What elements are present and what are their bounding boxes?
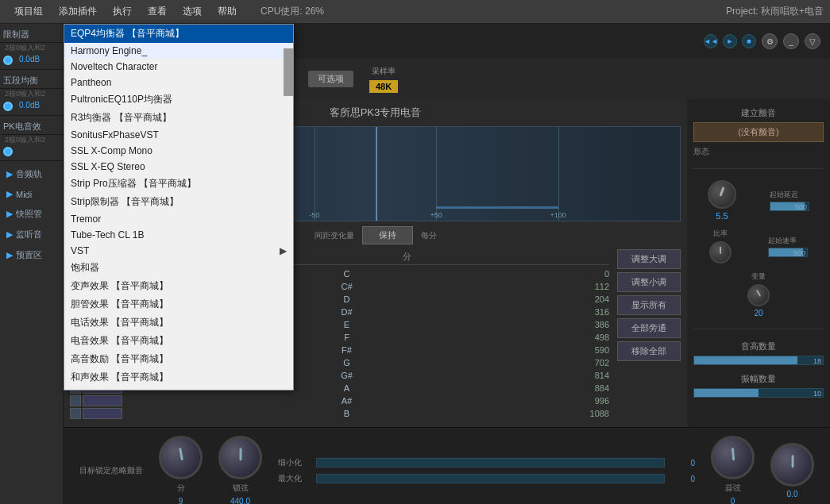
amp-count-val: 10: [813, 389, 821, 398]
pitch-count-title: 音高数量: [693, 340, 824, 352]
knob2-label: 锁弦: [233, 483, 249, 494]
cents-5: 498: [569, 333, 609, 342]
sidebar-item-audio[interactable]: ▶ 音频轨: [0, 164, 63, 184]
cents-0: 0: [569, 269, 609, 279]
plugin-item-10[interactable]: Strip限制器 【音平商城】: [64, 193, 293, 211]
plugin-item-3[interactable]: Pantheon: [64, 75, 293, 90]
col-cents: [474, 249, 609, 264]
pitch-label-plus100: +100: [550, 211, 566, 219]
plugin-item-16[interactable]: 胆管效果 【音平商城】: [64, 295, 293, 314]
pitch-interval-label: 间距变化量: [315, 230, 354, 241]
plugin-item-8[interactable]: SSL X-EQ Stereo: [64, 159, 293, 175]
btn-bypass-all[interactable]: 全部旁通: [617, 318, 681, 338]
knob2-value: 440.0: [230, 497, 250, 504]
transport-prev[interactable]: ◄◄: [704, 34, 718, 48]
amp-count-bar: 10: [693, 388, 824, 398]
plugin-item-2[interactable]: Noveltech Character: [64, 59, 293, 75]
btn-remove-all[interactable]: 移除全部: [617, 341, 681, 361]
knob-val-display: 5.5: [716, 211, 728, 221]
bottom-section: 目标锁定忽略颤音 分 9 锁弦 440.0 细小化: [64, 427, 830, 504]
menu-item-help[interactable]: 帮助: [210, 2, 245, 21]
knob-var[interactable]: [747, 284, 770, 306]
large-knob-4[interactable]: [770, 443, 814, 487]
plugin-item-18[interactable]: 电音效果 【音平商城】: [64, 332, 293, 350]
plugin-item-20[interactable]: 和声效果 【音平商城】: [64, 368, 293, 387]
preset-arrow-icon: ▶: [6, 250, 13, 260]
no-vibrato-btn[interactable]: (没有颤音): [693, 122, 824, 142]
sample-rate-label: 采样率: [372, 66, 396, 77]
pitch-count-val: 18: [813, 356, 821, 366]
rate-label: 比率: [713, 229, 728, 239]
slider2-val: 0: [671, 475, 695, 483]
slider2[interactable]: [316, 474, 665, 483]
module-eq-channel: 2核0输入和2: [0, 89, 63, 100]
plugin-scrollbar-thumb[interactable]: [284, 48, 293, 96]
btn-adjust-minor[interactable]: 调整小调: [617, 272, 681, 292]
sidebar-item-midi[interactable]: ▶ Midi: [0, 185, 63, 203]
menu-item-project[interactable]: 项目组: [6, 2, 51, 21]
large-knob-1[interactable]: [159, 436, 203, 479]
cents-9: 884: [569, 383, 609, 393]
monitor-arrow-icon: ▶: [6, 229, 13, 240]
knob-val-container: 5.5: [708, 180, 736, 221]
slider1-label: 细小化: [278, 457, 310, 468]
settings-btn[interactable]: ⚙: [762, 33, 778, 49]
expand-btn[interactable]: ▽: [805, 33, 820, 49]
menu-item-options[interactable]: 选项: [175, 2, 210, 21]
plugin-item-9[interactable]: Strip Pro压缩器 【音平商城】: [64, 175, 293, 193]
module-pk: PK电音效 2核0输入和2: [0, 116, 63, 161]
cents-4: 386: [569, 320, 609, 329]
vibrato-title: 建立颤音: [693, 107, 824, 119]
rate-value: 500: [793, 248, 805, 258]
remove-btn-10[interactable]: [83, 395, 122, 406]
large-knob-3[interactable]: [711, 436, 755, 479]
plugin-item-6[interactable]: SonitusFxPhaseVST: [64, 127, 293, 143]
delay-bar: 500: [770, 202, 809, 211]
sidebar-item-snapshot[interactable]: ▶ 快照管: [0, 204, 63, 224]
plugin-item-5[interactable]: R3均衡器 【音平商城】: [64, 109, 293, 127]
divider1: [693, 168, 824, 169]
transport-stop[interactable]: ■: [742, 34, 756, 48]
optional-btn[interactable]: 可选项: [308, 71, 353, 87]
slider1[interactable]: [316, 458, 665, 467]
plugin-item-4[interactable]: PultronicEQ110P均衡器: [64, 90, 293, 109]
plugin-item-14[interactable]: 饱和器: [64, 259, 293, 277]
plugin-item-15[interactable]: 变声效果 【音平商城】: [64, 277, 293, 295]
sidebar-item-monitor[interactable]: ▶ 监听音: [0, 225, 63, 244]
plugin-item-11[interactable]: Tremor: [64, 211, 293, 227]
large-knob-2[interactable]: [218, 436, 262, 479]
sidebar-item-preset[interactable]: ▶ 预置区: [0, 245, 63, 265]
plugin-item-21[interactable]: 环绕效果 【音平商城】: [64, 387, 293, 390]
cents-8: 814: [569, 371, 609, 380]
plugin-item-0[interactable]: EQP4均衡器 【音平商城】: [64, 25, 293, 43]
midi-arrow-icon: ▶: [6, 189, 13, 199]
menu-item-plugins[interactable]: 添加插件: [51, 2, 105, 21]
knob-rate[interactable]: [709, 241, 732, 264]
target-lock-label: 目标锁定忽略颤音: [79, 465, 143, 476]
module-limiter: 限制器 2核0输入和2 0.0dB: [0, 24, 63, 70]
minimize-btn[interactable]: _: [783, 33, 799, 49]
plugin-list: EQP4均衡器 【音平商城】Harmony Engine_Noveltech C…: [64, 25, 293, 390]
project-info: Project: 秋雨唱歌+电音: [726, 5, 824, 18]
btn-show-all[interactable]: 显示所有: [617, 295, 681, 315]
menu-item-view[interactable]: 查看: [140, 2, 175, 21]
cents-11: 1088: [569, 409, 609, 418]
pitch-hold-btn[interactable]: 保持: [362, 226, 413, 244]
plugin-item-7[interactable]: SSL X-Comp Mono: [64, 143, 293, 159]
plugin-item-1[interactable]: Harmony Engine_: [64, 43, 293, 59]
btn-adjust-major[interactable]: 调整大调: [617, 249, 681, 269]
plugin-item-17[interactable]: 电话效果 【音平商城】: [64, 314, 293, 332]
bypass-btn-11[interactable]: [70, 408, 81, 419]
delay-value: 500: [795, 202, 807, 212]
plugin-item-12[interactable]: Tube-Tech CL 1B: [64, 227, 293, 243]
transport-play[interactable]: ►: [723, 34, 737, 48]
sidebar-item-preset-label: 预置区: [16, 249, 42, 261]
module-pk-label: PK电音效: [3, 121, 41, 133]
knob-value-main[interactable]: [708, 180, 736, 209]
cents-3: 316: [569, 307, 609, 317]
remove-btn-11[interactable]: [83, 408, 122, 419]
plugin-item-13[interactable]: VST▶: [64, 243, 293, 259]
menu-item-execute[interactable]: 执行: [105, 2, 140, 21]
plugin-item-19[interactable]: 高音数励 【音平商城】: [64, 350, 293, 368]
bypass-btn-10[interactable]: [70, 395, 81, 406]
